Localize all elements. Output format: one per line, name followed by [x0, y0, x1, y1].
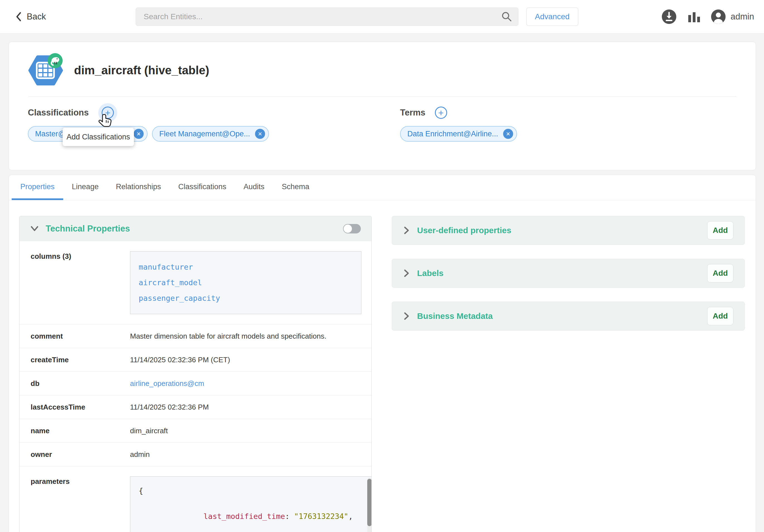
- add-label-button[interactable]: Add: [707, 264, 733, 282]
- property-row-comment: comment Master dimension table for aircr…: [20, 325, 371, 348]
- right-column: User-defined properties Add Labels Add B…: [392, 216, 745, 344]
- chevron-right-icon[interactable]: [403, 226, 410, 235]
- back-label: Back: [27, 12, 46, 22]
- toggle-knob: [344, 224, 352, 233]
- property-value: 11/14/2025 02:32:36 PM (CET): [130, 355, 361, 365]
- tab-relationships[interactable]: Relationships: [107, 175, 170, 200]
- properties-toggle[interactable]: [343, 224, 361, 233]
- columns-box: manufacturer aircraft_model passenger_ca…: [130, 251, 361, 314]
- remove-classification-icon[interactable]: ✕: [255, 129, 265, 139]
- technical-properties-header[interactable]: Technical Properties: [20, 216, 371, 241]
- hive-table-icon: [28, 53, 63, 88]
- username-label: admin: [731, 0, 754, 33]
- advanced-label: Advanced: [535, 12, 570, 21]
- user-defined-properties-title[interactable]: User-defined properties: [417, 226, 511, 235]
- property-label: name: [31, 426, 130, 436]
- advanced-search-button[interactable]: Advanced: [526, 8, 578, 26]
- property-row-lastaccesstime: lastAccessTime 11/14/2025 02:32:36 PM: [20, 395, 371, 419]
- term-tag[interactable]: Data Enrichment@Airline... ✕: [400, 126, 517, 142]
- property-row-name: name dim_aircraft: [20, 419, 371, 443]
- property-label: db: [31, 378, 130, 388]
- tab-classifications[interactable]: Classifications: [170, 175, 235, 200]
- terms-heading: Terms: [400, 108, 426, 118]
- property-value: Master dimension table for aircraft mode…: [130, 331, 361, 341]
- chevron-down-icon: [30, 225, 39, 232]
- terms-section: Terms + Data Enrichment@Airline... ✕: [400, 105, 517, 142]
- tab-properties[interactable]: Properties: [12, 175, 63, 200]
- labels-title[interactable]: Labels: [417, 269, 444, 278]
- property-value: dim_aircraft: [130, 426, 361, 436]
- add-user-defined-property-button[interactable]: Add: [707, 221, 733, 240]
- property-label: lastAccessTime: [31, 402, 130, 412]
- business-metadata-title[interactable]: Business Metadata: [417, 311, 493, 321]
- property-value: 11/14/2025 02:32:36 PM: [130, 402, 361, 412]
- entity-search: [135, 8, 518, 26]
- chevron-right-icon[interactable]: [403, 269, 410, 278]
- parameters-json-box: { last_modified_time: "1763132234", numR…: [130, 476, 372, 532]
- property-label: createTime: [31, 355, 130, 365]
- json-line: last_modified_time: "1763132234",: [139, 497, 362, 532]
- column-link[interactable]: passenger_capacity: [139, 291, 353, 306]
- property-row-createtime: createTime 11/14/2025 02:32:36 PM (CET): [20, 348, 371, 372]
- classification-tag[interactable]: Fleet Management@Ope... ✕: [152, 126, 269, 142]
- property-row-columns: columns (3) manufacturer aircraft_model …: [20, 241, 371, 325]
- entity-detail-card: Properties Lineage Relationships Classif…: [9, 175, 756, 532]
- user-defined-properties-card: User-defined properties Add: [392, 216, 745, 245]
- download-glyph: [662, 9, 676, 24]
- entity-summary-card: dim_aircraft (hive_table) Classification…: [9, 42, 756, 170]
- chevron-left-icon: [16, 12, 22, 22]
- business-metadata-card: Business Metadata Add: [392, 302, 745, 331]
- download-icon[interactable]: [662, 9, 676, 24]
- db-link[interactable]: airline_operations@cm: [130, 379, 204, 388]
- person-glyph: [711, 9, 726, 24]
- add-business-metadata-button[interactable]: Add: [707, 307, 733, 325]
- add-term-button[interactable]: +: [435, 107, 447, 119]
- hand-cursor-icon: [98, 113, 113, 129]
- entity-head: dim_aircraft (hive_table): [28, 53, 209, 88]
- search-icon[interactable]: [501, 11, 512, 22]
- back-button[interactable]: Back: [16, 0, 46, 33]
- search-input[interactable]: [135, 8, 518, 26]
- tab-audits[interactable]: Audits: [235, 175, 273, 200]
- top-nav: Back Advanced admin: [0, 0, 764, 33]
- labels-card: Labels Add: [392, 259, 745, 288]
- statistics-icon[interactable]: [687, 11, 701, 23]
- add-classifications-tooltip: Add Classifications: [63, 128, 134, 146]
- remove-term-icon[interactable]: ✕: [503, 129, 513, 139]
- json-brace: {: [139, 484, 362, 497]
- property-label: comment: [31, 331, 130, 341]
- property-label: columns (3): [31, 251, 130, 314]
- technical-properties-title: Technical Properties: [46, 224, 130, 234]
- property-row-parameters: parameters { last_modified_time: "176313…: [20, 466, 371, 532]
- tab-schema[interactable]: Schema: [273, 175, 318, 200]
- remove-classification-icon[interactable]: ✕: [134, 129, 144, 139]
- scrollbar-thumb[interactable]: [367, 479, 372, 526]
- property-value: admin: [130, 449, 361, 460]
- property-row-db: db airline_operations@cm: [20, 372, 371, 395]
- page-title: dim_aircraft (hive_table): [74, 64, 209, 77]
- property-label: owner: [31, 449, 130, 460]
- classifications-heading: Classifications: [28, 108, 89, 118]
- technical-properties-panel: Technical Properties columns (3) manufac…: [19, 216, 372, 532]
- user-avatar-icon[interactable]: [711, 9, 726, 24]
- property-row-owner: owner admin: [20, 443, 371, 466]
- column-link[interactable]: aircraft_model: [139, 275, 353, 291]
- column-link[interactable]: manufacturer: [139, 259, 353, 275]
- tab-lineage[interactable]: Lineage: [63, 175, 107, 200]
- property-label: parameters: [31, 476, 130, 532]
- detail-tabs: Properties Lineage Relationships Classif…: [9, 175, 756, 200]
- chevron-right-icon[interactable]: [403, 312, 410, 321]
